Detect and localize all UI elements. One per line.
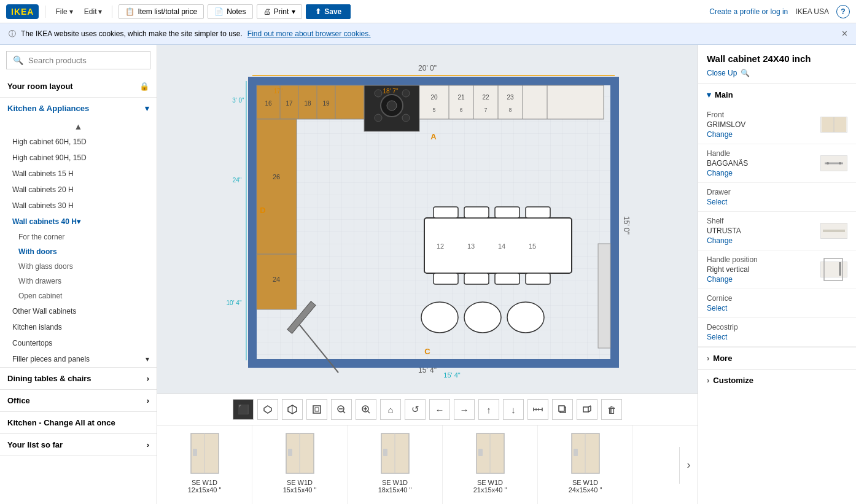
rotate-btn[interactable]: ↺ [405, 399, 426, 420]
svg-text:15: 15 [529, 242, 536, 250]
product-card-1[interactable]: SE W1D 15x15x40 " [252, 425, 348, 504]
sidebar-item-wall-15[interactable]: Wall cabinets 15 H [0, 166, 157, 182]
svg-text:23: 23 [507, 94, 514, 101]
move-left-btn[interactable]: ← [429, 399, 450, 420]
left-sidebar: 🔍 Your room layout 🔒 Kitchen & Appliance… [0, 45, 157, 504]
search-input[interactable] [28, 56, 144, 65]
sidebar-item-high-cab-60[interactable]: High cabinet 60H, 15D [0, 134, 157, 150]
sidebar-item-countertops[interactable]: Countertops [0, 335, 157, 351]
delete-btn[interactable]: 🗑 [601, 399, 622, 420]
product-card-2[interactable]: SE W1D 18x15x40 " [348, 425, 443, 504]
sidebar-item-open[interactable]: Open cabinet [0, 289, 157, 303]
select-tool-btn[interactable]: ⬛ [233, 399, 254, 420]
room-layout-header[interactable]: Your room layout 🔒 [0, 76, 157, 97]
scroll-up-indicator: ▲ [0, 119, 157, 134]
svg-point-113 [839, 162, 841, 165]
panel-title: Wall cabinet 24X40 inch [698, 45, 856, 66]
list-header[interactable]: Your list so far › [0, 434, 157, 456]
move-up-btn[interactable]: ↑ [478, 399, 499, 420]
close-up-btn[interactable]: Close Up 🔍 [698, 66, 856, 83]
edit-menu[interactable]: Edit ▾ [80, 0, 106, 23]
product-card-4[interactable]: SE W1D 24x15x40 " [538, 425, 633, 504]
sidebar-item-wall-20[interactable]: Wall cabinets 20 H [0, 182, 157, 198]
svg-point-17 [387, 101, 397, 110]
home-btn[interactable]: ⌂ [380, 399, 401, 420]
cornice-select-link[interactable]: Select [707, 304, 732, 312]
chevron-down-icon: ▾ [77, 217, 80, 226]
cookie-link[interactable]: Find out more about browser cookies. [247, 29, 371, 38]
zoom-in-btn[interactable] [356, 399, 376, 420]
help-button[interactable]: ? [836, 5, 850, 18]
product-thumbnail-2 [373, 430, 416, 476]
move-down-btn[interactable]: ↓ [503, 399, 524, 420]
save-button[interactable]: ⬆ Save [306, 4, 351, 19]
strip-next-arrow[interactable]: › [679, 447, 698, 484]
print-button[interactable]: 🖨 Print ▾ [257, 4, 303, 19]
shelf-change-link[interactable]: Change [707, 236, 741, 245]
sidebar-item-doors[interactable]: With doors [0, 244, 157, 259]
front-change-link[interactable]: Change [707, 130, 745, 139]
sidebar-item-high-cab-90[interactable]: High cabinet 90H, 15D [0, 150, 157, 166]
save-icon: ⬆ [315, 7, 321, 16]
decostrip-info: Decostrip Select [707, 323, 738, 341]
handle-position-row: Handle position Right vertical Change [698, 250, 856, 289]
handle-change-link[interactable]: Change [707, 169, 748, 177]
dining-section: Dining tables & chairs › [0, 368, 157, 390]
kitchen-change-section: Kitchen - Change All at once [0, 412, 157, 434]
office-header[interactable]: Office › [0, 390, 157, 411]
dining-header[interactable]: Dining tables & chairs › [0, 368, 157, 389]
svg-text:15' 0": 15' 0" [622, 216, 631, 235]
svg-text:6: 6 [459, 107, 462, 113]
decostrip-select-link[interactable]: Select [707, 333, 738, 341]
floor-plan-container[interactable]: 20' 0" 15' 0" 15' 4" [157, 45, 698, 394]
sidebar-item-glass-doors[interactable]: With glass doors [0, 259, 157, 274]
floor-plan-svg[interactable]: 20' 0" 15' 0" 15' 4" [219, 60, 636, 379]
sidebar-item-drawers[interactable]: With drawers [0, 274, 157, 289]
3d-view-btn[interactable] [257, 399, 278, 420]
canvas-toolbar: ⬛ ⌂ ↺ ← → ↑ ↓ [157, 394, 698, 425]
zoom-out-btn[interactable] [331, 399, 352, 420]
ikea-logo: IKEA [6, 4, 39, 19]
kitchen-header[interactable]: Kitchen & Appliances ▾ [0, 98, 157, 119]
close-icon[interactable]: × [842, 28, 847, 39]
move-right-btn[interactable]: → [454, 399, 475, 420]
list-section: Your list so far › [0, 434, 157, 456]
login-link[interactable]: Create a profile or log in [709, 7, 788, 16]
drawer-select-link[interactable]: Select [707, 198, 731, 206]
lock-icon: 🔒 [139, 82, 149, 91]
scroll-up-icon[interactable]: ▲ [74, 122, 83, 131]
search-box[interactable]: 🔍 [6, 51, 150, 69]
fit-view-btn[interactable] [306, 399, 327, 420]
file-menu[interactable]: File ▾ [52, 0, 76, 23]
sidebar-item-wall-30[interactable]: Wall cabinets 30 H [0, 198, 157, 214]
kitchen-change-header[interactable]: Kitchen - Change All at once [0, 412, 157, 433]
more-section-header[interactable]: › More [698, 347, 856, 369]
customize-section-header[interactable]: › Customize [698, 370, 856, 391]
main-section-header[interactable]: ▾ Main [698, 84, 856, 106]
sidebar-item-kitchen-islands[interactable]: Kitchen islands [0, 319, 157, 335]
measure-btn[interactable] [527, 399, 548, 420]
svg-text:15' 4": 15' 4" [443, 371, 461, 379]
view3d-btn[interactable] [577, 399, 597, 420]
sidebar-item-corner[interactable]: For the corner [0, 230, 157, 244]
svg-point-18 [375, 90, 382, 97]
product-card-3[interactable]: SE W1D 21x15x40 " [443, 425, 538, 504]
perspective-btn[interactable] [282, 399, 303, 420]
product-label-2: SE W1D 18x15x40 " [378, 479, 412, 494]
svg-rect-90 [583, 407, 588, 412]
copy-btn[interactable] [552, 399, 573, 420]
svg-text:18: 18 [304, 100, 311, 107]
product-card-0[interactable]: SE W1D 12x15x40 " [157, 425, 252, 504]
svg-text:14: 14 [498, 242, 505, 250]
sidebar-item-wall-40[interactable]: Wall cabinets 40 H ▾ [0, 214, 157, 230]
handle-position-change-link[interactable]: Change [707, 275, 758, 284]
svg-rect-99 [288, 449, 292, 456]
sidebar-item-filler[interactable]: Filler pieces and panels ▾ [0, 351, 157, 367]
sidebar-item-other-wall[interactable]: Other Wall cabinets [0, 303, 157, 319]
svg-point-61 [421, 302, 458, 333]
svg-rect-75 [315, 408, 319, 411]
topbar: IKEA File ▾ Edit ▾ 📋 Item list/total pri… [0, 0, 856, 23]
svg-rect-51 [495, 207, 519, 218]
item-list-button[interactable]: 📋 Item list/total price [119, 4, 204, 19]
notes-button[interactable]: 📄 Notes [208, 4, 252, 19]
